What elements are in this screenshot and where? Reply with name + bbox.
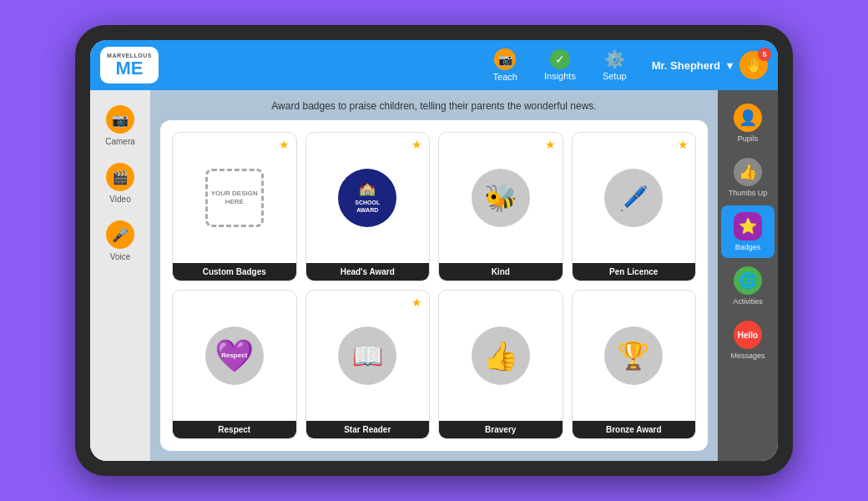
nav-setup-label: Setup xyxy=(603,71,627,81)
pen-icon: 🖊️ xyxy=(604,169,663,227)
custom-badge-text: YOUR DESIGN HERE xyxy=(211,190,258,207)
nav-teach-label: Teach xyxy=(493,72,517,82)
badges-sidebar-icon: ⭐ xyxy=(734,212,762,240)
sidebar-item-voice[interactable]: 🎤 Voice xyxy=(95,214,145,268)
nav-insights-label: Insights xyxy=(544,71,576,81)
badge-image-pen: 🖊️ xyxy=(573,133,696,263)
sidebar-item-messages[interactable]: Hello Messages xyxy=(721,314,775,367)
badges-grid-container: ★ YOUR DESIGN HERE Custom Badges ★ xyxy=(160,120,708,451)
header-nav: 📷 Teach ✓ Insights ⚙️ Setup xyxy=(482,45,638,85)
pupils-icon: 👤 xyxy=(734,104,762,132)
app-logo: MARVELLOUS ME xyxy=(100,47,159,84)
badge-label-respect: Respect xyxy=(173,421,296,438)
header: MARVELLOUS ME 📷 Teach ✓ Insights ⚙️ xyxy=(90,40,778,90)
thumbsup-sidebar-icon: 👍 xyxy=(734,158,762,186)
activities-label: Activities xyxy=(733,297,763,306)
badge-kind[interactable]: ★ 🐝 Kind xyxy=(438,132,563,281)
trophy-icon: 🏆 xyxy=(604,326,663,385)
badge-image-kind: 🐝 xyxy=(439,133,563,263)
logo-me: ME xyxy=(107,59,152,78)
star-icon-pen: ★ xyxy=(678,138,689,151)
sidebar-item-thumbsup[interactable]: 👍 Thumbs Up xyxy=(721,151,775,204)
center-content: Award badges to praise children, telling… xyxy=(150,90,718,461)
badge-image-star-reader: 📖 xyxy=(306,291,430,421)
sidebar-item-badges[interactable]: ⭐ Badges xyxy=(721,205,775,258)
page-subtitle: Award badges to praise children, telling… xyxy=(160,100,708,112)
video-icon: 🎬 xyxy=(106,163,134,191)
sidebar-item-activities[interactable]: 🌐 Activities xyxy=(721,260,775,312)
respect-icon: 💜 Respect xyxy=(205,326,264,385)
heads-badge-text: SCHOOLAWARD xyxy=(353,198,381,215)
badge-heads[interactable]: ★ 🏫 SCHOOLAWARD Head's Award xyxy=(305,132,431,281)
badge-bronze[interactable]: 🏆 Bronze Award xyxy=(572,290,697,439)
badge-label-heads: Head's Award xyxy=(306,263,430,281)
star-icon-star-reader: ★ xyxy=(411,296,422,309)
left-sidebar: 📷 Camera 🎬 Video 🎤 Voice xyxy=(90,90,150,461)
main-content: 📷 Camera 🎬 Video 🎤 Voice Award badges to… xyxy=(90,90,778,461)
tablet-screen: MARVELLOUS ME 📷 Teach ✓ Insights ⚙️ xyxy=(90,40,778,461)
badges-grid: ★ YOUR DESIGN HERE Custom Badges ★ xyxy=(172,132,696,439)
badge-star-reader[interactable]: ★ 📖 Star Reader xyxy=(305,290,431,439)
dropdown-icon[interactable]: ▾ xyxy=(727,59,733,72)
pupils-label: Pupils xyxy=(738,134,759,143)
nav-teach[interactable]: 📷 Teach xyxy=(482,45,529,85)
thumbsup-icon: 👍 xyxy=(472,326,530,385)
header-user: Mr. Shepherd ▾ 🤚 5 xyxy=(652,51,768,79)
badge-label-pen: Pen Licence xyxy=(573,263,696,281)
badges-label: Badges xyxy=(735,243,761,251)
bee-icon: 🐝 xyxy=(472,169,530,227)
camera-label: Camera xyxy=(105,137,135,146)
user-name: Mr. Shepherd xyxy=(652,59,720,72)
nav-setup[interactable]: ⚙️ Setup xyxy=(591,46,638,84)
activities-icon: 🌐 xyxy=(734,266,762,295)
badge-image-heads: 🏫 SCHOOLAWARD xyxy=(306,133,430,263)
badge-custom[interactable]: ★ YOUR DESIGN HERE Custom Badges xyxy=(172,132,297,281)
badge-label-star-reader: Star Reader xyxy=(306,421,430,438)
badge-label-bronze: Bronze Award xyxy=(573,421,696,438)
nav-insights[interactable]: ✓ Insights xyxy=(532,46,588,84)
badge-label-custom: Custom Badges xyxy=(173,263,296,281)
sidebar-item-video[interactable]: 🎬 Video xyxy=(95,156,145,210)
sidebar-item-pupils[interactable]: 👤 Pupils xyxy=(721,97,775,149)
voice-icon: 🎤 xyxy=(106,220,134,249)
right-sidebar: 👤 Pupils 👍 Thumbs Up ⭐ Badges 🌐 Activiti… xyxy=(718,90,778,461)
custom-badge-design: YOUR DESIGN HERE xyxy=(205,169,264,227)
heads-badge-design: 🏫 SCHOOLAWARD xyxy=(338,169,396,227)
camera-icon: 📷 xyxy=(106,105,134,134)
badge-image-bravery: 👍 xyxy=(439,291,563,421)
respect-text: Respect xyxy=(221,352,247,360)
teach-icon: 📷 xyxy=(494,48,516,70)
notification-button[interactable]: 🤚 5 xyxy=(739,51,768,79)
sidebar-item-camera[interactable]: 📷 Camera xyxy=(95,99,145,153)
star-icon-heads: ★ xyxy=(411,138,422,151)
badge-image-custom: YOUR DESIGN HERE xyxy=(173,133,296,263)
star-icon-custom: ★ xyxy=(279,138,290,151)
badge-label-kind: Kind xyxy=(439,263,563,281)
thumbsup-label: Thumbs Up xyxy=(729,189,768,197)
messages-icon: Hello xyxy=(734,321,762,349)
badge-respect[interactable]: 💜 Respect Respect xyxy=(172,290,297,439)
book-icon: 📖 xyxy=(338,326,396,385)
gear-icon: ⚙️ xyxy=(604,49,625,69)
star-icon-kind: ★ xyxy=(545,138,556,151)
badge-image-bronze: 🏆 xyxy=(573,291,696,421)
badge-bravery[interactable]: 👍 Bravery xyxy=(438,290,563,439)
notification-badge: 5 xyxy=(758,48,771,61)
badge-label-bravery: Bravery xyxy=(439,421,563,438)
badge-pen[interactable]: ★ 🖊️ Pen Licence xyxy=(572,132,697,281)
insights-icon: ✓ xyxy=(550,49,570,69)
messages-label: Messages xyxy=(730,352,765,360)
video-label: Video xyxy=(109,195,130,204)
voice-label: Voice xyxy=(110,252,130,261)
tablet-frame: MARVELLOUS ME 📷 Teach ✓ Insights ⚙️ xyxy=(75,25,793,476)
badge-image-respect: 💜 Respect xyxy=(173,291,296,421)
